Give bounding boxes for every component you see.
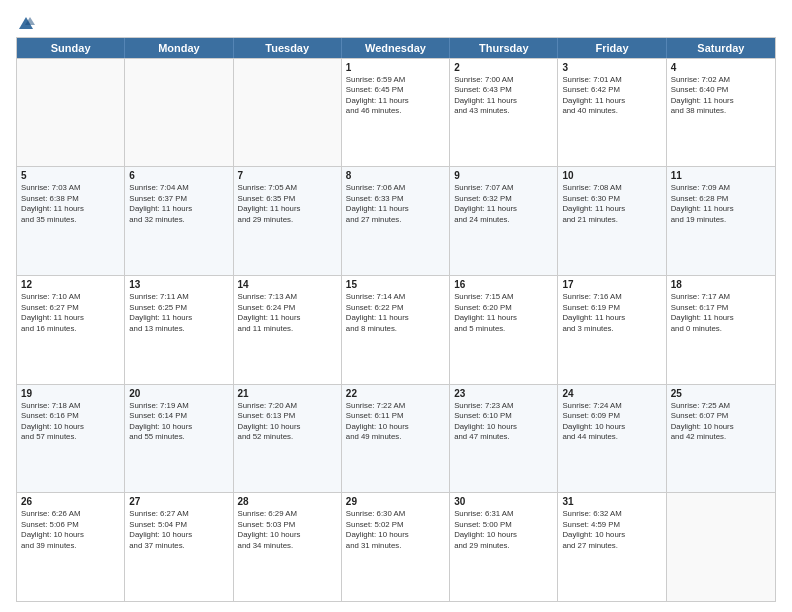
day-info: Sunrise: 7:15 AM Sunset: 6:20 PM Dayligh…	[454, 292, 553, 334]
cal-cell-0-1	[125, 59, 233, 167]
day-info: Sunrise: 7:07 AM Sunset: 6:32 PM Dayligh…	[454, 183, 553, 225]
day-info: Sunrise: 7:06 AM Sunset: 6:33 PM Dayligh…	[346, 183, 445, 225]
day-info: Sunrise: 7:22 AM Sunset: 6:11 PM Dayligh…	[346, 401, 445, 443]
cal-cell-3-4: 23Sunrise: 7:23 AM Sunset: 6:10 PM Dayli…	[450, 385, 558, 493]
day-number: 5	[21, 170, 120, 181]
cal-cell-3-1: 20Sunrise: 7:19 AM Sunset: 6:14 PM Dayli…	[125, 385, 233, 493]
header-day-monday: Monday	[125, 38, 233, 58]
cal-week-2: 12Sunrise: 7:10 AM Sunset: 6:27 PM Dayli…	[17, 275, 775, 384]
cal-cell-2-0: 12Sunrise: 7:10 AM Sunset: 6:27 PM Dayli…	[17, 276, 125, 384]
cal-cell-0-3: 1Sunrise: 6:59 AM Sunset: 6:45 PM Daylig…	[342, 59, 450, 167]
day-number: 25	[671, 388, 771, 399]
cal-cell-0-0	[17, 59, 125, 167]
day-info: Sunrise: 7:08 AM Sunset: 6:30 PM Dayligh…	[562, 183, 661, 225]
day-number: 19	[21, 388, 120, 399]
cal-week-1: 5Sunrise: 7:03 AM Sunset: 6:38 PM Daylig…	[17, 166, 775, 275]
cal-cell-3-6: 25Sunrise: 7:25 AM Sunset: 6:07 PM Dayli…	[667, 385, 775, 493]
header-day-friday: Friday	[558, 38, 666, 58]
header-day-sunday: Sunday	[17, 38, 125, 58]
day-number: 28	[238, 496, 337, 507]
calendar-body: 1Sunrise: 6:59 AM Sunset: 6:45 PM Daylig…	[17, 58, 775, 601]
logo	[16, 14, 35, 31]
cal-week-0: 1Sunrise: 6:59 AM Sunset: 6:45 PM Daylig…	[17, 58, 775, 167]
day-info: Sunrise: 7:01 AM Sunset: 6:42 PM Dayligh…	[562, 75, 661, 117]
day-info: Sunrise: 7:09 AM Sunset: 6:28 PM Dayligh…	[671, 183, 771, 225]
day-number: 13	[129, 279, 228, 290]
cal-cell-0-2	[234, 59, 342, 167]
cal-cell-3-2: 21Sunrise: 7:20 AM Sunset: 6:13 PM Dayli…	[234, 385, 342, 493]
header-day-saturday: Saturday	[667, 38, 775, 58]
cal-cell-2-4: 16Sunrise: 7:15 AM Sunset: 6:20 PM Dayli…	[450, 276, 558, 384]
day-info: Sunrise: 7:17 AM Sunset: 6:17 PM Dayligh…	[671, 292, 771, 334]
cal-cell-1-5: 10Sunrise: 7:08 AM Sunset: 6:30 PM Dayli…	[558, 167, 666, 275]
day-info: Sunrise: 7:20 AM Sunset: 6:13 PM Dayligh…	[238, 401, 337, 443]
day-info: Sunrise: 7:25 AM Sunset: 6:07 PM Dayligh…	[671, 401, 771, 443]
day-info: Sunrise: 7:19 AM Sunset: 6:14 PM Dayligh…	[129, 401, 228, 443]
cal-cell-1-2: 7Sunrise: 7:05 AM Sunset: 6:35 PM Daylig…	[234, 167, 342, 275]
day-info: Sunrise: 7:18 AM Sunset: 6:16 PM Dayligh…	[21, 401, 120, 443]
day-info: Sunrise: 6:30 AM Sunset: 5:02 PM Dayligh…	[346, 509, 445, 551]
day-number: 31	[562, 496, 661, 507]
header-day-wednesday: Wednesday	[342, 38, 450, 58]
day-number: 6	[129, 170, 228, 181]
day-info: Sunrise: 6:26 AM Sunset: 5:06 PM Dayligh…	[21, 509, 120, 551]
logo-text-block	[16, 14, 35, 31]
day-info: Sunrise: 6:59 AM Sunset: 6:45 PM Dayligh…	[346, 75, 445, 117]
header	[16, 14, 776, 31]
cal-week-3: 19Sunrise: 7:18 AM Sunset: 6:16 PM Dayli…	[17, 384, 775, 493]
cal-cell-4-4: 30Sunrise: 6:31 AM Sunset: 5:00 PM Dayli…	[450, 493, 558, 601]
day-number: 27	[129, 496, 228, 507]
day-number: 23	[454, 388, 553, 399]
day-info: Sunrise: 7:10 AM Sunset: 6:27 PM Dayligh…	[21, 292, 120, 334]
header-day-tuesday: Tuesday	[234, 38, 342, 58]
day-number: 8	[346, 170, 445, 181]
cal-cell-0-5: 3Sunrise: 7:01 AM Sunset: 6:42 PM Daylig…	[558, 59, 666, 167]
cal-cell-4-1: 27Sunrise: 6:27 AM Sunset: 5:04 PM Dayli…	[125, 493, 233, 601]
page: SundayMondayTuesdayWednesdayThursdayFrid…	[0, 0, 792, 612]
cal-cell-0-4: 2Sunrise: 7:00 AM Sunset: 6:43 PM Daylig…	[450, 59, 558, 167]
day-number: 11	[671, 170, 771, 181]
cal-week-4: 26Sunrise: 6:26 AM Sunset: 5:06 PM Dayli…	[17, 492, 775, 601]
cal-cell-1-6: 11Sunrise: 7:09 AM Sunset: 6:28 PM Dayli…	[667, 167, 775, 275]
day-number: 1	[346, 62, 445, 73]
day-info: Sunrise: 6:29 AM Sunset: 5:03 PM Dayligh…	[238, 509, 337, 551]
cal-cell-2-3: 15Sunrise: 7:14 AM Sunset: 6:22 PM Dayli…	[342, 276, 450, 384]
day-number: 10	[562, 170, 661, 181]
cal-cell-4-3: 29Sunrise: 6:30 AM Sunset: 5:02 PM Dayli…	[342, 493, 450, 601]
day-info: Sunrise: 7:14 AM Sunset: 6:22 PM Dayligh…	[346, 292, 445, 334]
cal-cell-4-5: 31Sunrise: 6:32 AM Sunset: 4:59 PM Dayli…	[558, 493, 666, 601]
day-number: 14	[238, 279, 337, 290]
cal-cell-4-2: 28Sunrise: 6:29 AM Sunset: 5:03 PM Dayli…	[234, 493, 342, 601]
day-info: Sunrise: 6:31 AM Sunset: 5:00 PM Dayligh…	[454, 509, 553, 551]
cal-cell-3-0: 19Sunrise: 7:18 AM Sunset: 6:16 PM Dayli…	[17, 385, 125, 493]
cal-cell-1-1: 6Sunrise: 7:04 AM Sunset: 6:37 PM Daylig…	[125, 167, 233, 275]
day-info: Sunrise: 7:02 AM Sunset: 6:40 PM Dayligh…	[671, 75, 771, 117]
day-number: 12	[21, 279, 120, 290]
header-day-thursday: Thursday	[450, 38, 558, 58]
day-number: 30	[454, 496, 553, 507]
day-info: Sunrise: 7:16 AM Sunset: 6:19 PM Dayligh…	[562, 292, 661, 334]
day-info: Sunrise: 7:03 AM Sunset: 6:38 PM Dayligh…	[21, 183, 120, 225]
calendar: SundayMondayTuesdayWednesdayThursdayFrid…	[16, 37, 776, 602]
day-number: 15	[346, 279, 445, 290]
day-number: 2	[454, 62, 553, 73]
day-info: Sunrise: 7:04 AM Sunset: 6:37 PM Dayligh…	[129, 183, 228, 225]
logo-icon	[17, 15, 35, 33]
cal-cell-3-3: 22Sunrise: 7:22 AM Sunset: 6:11 PM Dayli…	[342, 385, 450, 493]
day-number: 20	[129, 388, 228, 399]
day-info: Sunrise: 7:05 AM Sunset: 6:35 PM Dayligh…	[238, 183, 337, 225]
day-number: 16	[454, 279, 553, 290]
day-info: Sunrise: 7:13 AM Sunset: 6:24 PM Dayligh…	[238, 292, 337, 334]
day-info: Sunrise: 7:00 AM Sunset: 6:43 PM Dayligh…	[454, 75, 553, 117]
cal-cell-0-6: 4Sunrise: 7:02 AM Sunset: 6:40 PM Daylig…	[667, 59, 775, 167]
day-number: 26	[21, 496, 120, 507]
day-number: 24	[562, 388, 661, 399]
day-number: 22	[346, 388, 445, 399]
cal-cell-1-4: 9Sunrise: 7:07 AM Sunset: 6:32 PM Daylig…	[450, 167, 558, 275]
day-info: Sunrise: 7:11 AM Sunset: 6:25 PM Dayligh…	[129, 292, 228, 334]
day-info: Sunrise: 7:24 AM Sunset: 6:09 PM Dayligh…	[562, 401, 661, 443]
day-number: 17	[562, 279, 661, 290]
cal-cell-1-0: 5Sunrise: 7:03 AM Sunset: 6:38 PM Daylig…	[17, 167, 125, 275]
cal-cell-4-0: 26Sunrise: 6:26 AM Sunset: 5:06 PM Dayli…	[17, 493, 125, 601]
cal-cell-4-6	[667, 493, 775, 601]
